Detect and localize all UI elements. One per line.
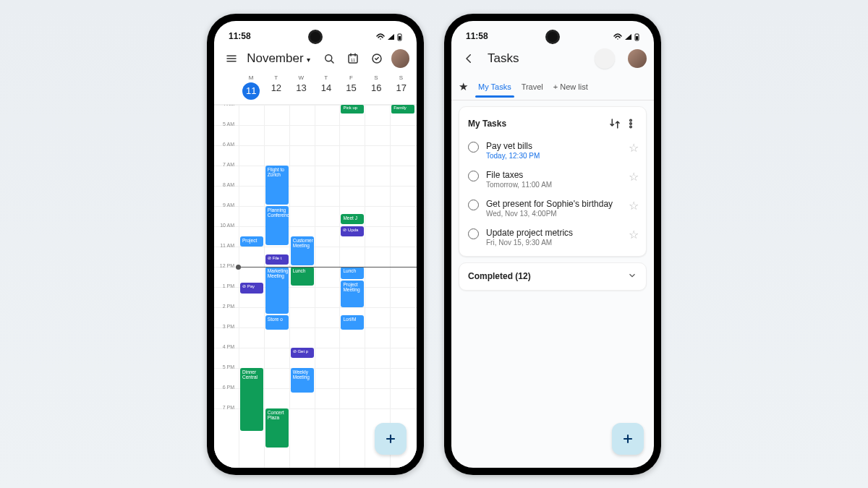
calendar-event[interactable]: ⊘ Upda	[341, 226, 364, 237]
unknown-circle-icon[interactable]	[595, 48, 615, 69]
hour-label: 6 AM	[216, 142, 237, 147]
back-icon[interactable]	[459, 48, 479, 69]
more-icon[interactable]	[623, 116, 639, 132]
search-icon[interactable]	[319, 48, 339, 69]
day-column[interactable]: F15	[339, 74, 364, 104]
day-number: 16	[364, 82, 389, 93]
calendar-event[interactable]: ⊘ Get p	[291, 348, 314, 359]
completed-label: Completed (12)	[468, 271, 531, 281]
calendar-event[interactable]: ⊘ Pay	[240, 283, 263, 294]
clock: 11:58	[466, 31, 488, 41]
hour-label: 10 AM	[216, 223, 237, 228]
signal-icon	[624, 33, 632, 40]
calendar-event[interactable]: Dinner Central	[240, 368, 263, 432]
day-of-week: M	[239, 74, 264, 81]
star-icon[interactable]: ☆	[629, 228, 639, 241]
calendar-event[interactable]: Weekly Meeting	[291, 368, 314, 393]
calendar-event[interactable]: Customer Meeting	[291, 236, 314, 265]
day-column[interactable]: T14	[314, 74, 339, 104]
completed-section[interactable]: Completed (12)	[459, 262, 647, 291]
task-item[interactable]: Update project metricsFri, Nov 15, 9:30 …	[459, 223, 646, 252]
allday-event[interactable]: Pick up	[341, 105, 364, 114]
task-item[interactable]: File taxesTomorrow, 11:00 AM☆	[459, 165, 646, 194]
hour-label: 9 AM	[216, 202, 237, 207]
calendar-event[interactable]: Project Meeting	[341, 281, 364, 307]
task-subtitle: Wed, Nov 13, 4:00PM	[486, 210, 621, 218]
day-column[interactable]: S17	[388, 74, 414, 104]
allday-event[interactable]: Family	[391, 105, 414, 114]
grid-column[interactable]	[315, 105, 340, 468]
task-title: Pay vet bills	[486, 141, 621, 151]
task-item[interactable]: Get present for Sophie's birthdayWed, No…	[459, 194, 646, 223]
calendar-event[interactable]: Meet J	[341, 214, 364, 225]
tasks-icon[interactable]	[367, 48, 387, 69]
hour-label: 12 PM	[216, 263, 237, 268]
day-column[interactable]: M11	[239, 74, 264, 104]
calendar-event[interactable]: Marketing Meeting	[265, 267, 289, 314]
task-item[interactable]: Pay vet billsToday, 12:30 PM☆	[459, 136, 646, 165]
hour-label: 1 PM	[216, 283, 237, 288]
sort-icon[interactable]	[607, 116, 623, 132]
calendar-event[interactable]: Project	[240, 236, 263, 247]
calendar-event[interactable]: Concert Plaza	[265, 408, 289, 448]
fab-add[interactable]	[612, 423, 644, 455]
hour-label: 7 PM	[216, 405, 237, 410]
star-icon[interactable]: ☆	[629, 141, 639, 155]
day-column[interactable]: W13	[289, 74, 314, 104]
day-number: 13	[289, 82, 314, 93]
calendar-event[interactable]: ⊘ File t	[265, 254, 289, 265]
hour-label: 4 PM	[216, 344, 237, 349]
task-title: Get present for Sophie's birthday	[486, 199, 621, 209]
phone-calendar: 11:58 November ▾ 11 M11T12W13T14F15S16S1…	[207, 14, 424, 475]
now-indicator	[239, 267, 417, 267]
task-checkbox[interactable]	[468, 171, 479, 181]
calendar-appbar: November ▾ 11	[214, 43, 417, 74]
grid-column[interactable]: Family	[390, 105, 415, 468]
day-column[interactable]: T12	[264, 74, 289, 104]
grid-column[interactable]: Flight to ZürichPlanning Conference⊘ Fil…	[264, 105, 289, 468]
day-number: 11	[242, 82, 260, 100]
day-of-week: S	[388, 74, 414, 81]
calendar-event[interactable]: Lori/M	[341, 315, 364, 330]
grid-column[interactable]: Customer MeetingLunch⊘ Get pWeekly Meeti…	[289, 105, 315, 468]
tab-new-list[interactable]: + New list	[553, 82, 588, 91]
tab-travel[interactable]: Travel	[522, 82, 543, 91]
svg-text:11: 11	[351, 57, 356, 61]
signal-icon	[387, 33, 395, 40]
grid-column[interactable]: Pick upMeet J⊘ UpdaLunchProject MeetingL…	[339, 105, 365, 468]
calendar-event[interactable]: Lunch	[291, 267, 314, 286]
grid-column[interactable]: Project⊘ PayDinner Central	[239, 105, 264, 468]
task-title: Update project metrics	[486, 228, 621, 238]
tab-my-tasks[interactable]: My Tasks	[478, 82, 511, 91]
hour-label: 7 AM	[216, 162, 237, 167]
menu-icon[interactable]	[221, 48, 241, 69]
wifi-icon	[613, 33, 622, 40]
today-icon[interactable]: 11	[343, 48, 362, 69]
calendar-event[interactable]: Flight to Zürich	[265, 166, 289, 205]
svg-point-9	[630, 122, 632, 124]
task-checkbox[interactable]	[468, 228, 479, 239]
task-checkbox[interactable]	[468, 142, 479, 153]
star-icon[interactable]: ☆	[629, 170, 639, 184]
grid-column[interactable]	[365, 105, 390, 468]
week-header[interactable]: M11T12W13T14F15S16S17	[214, 74, 417, 105]
avatar[interactable]	[628, 49, 647, 68]
avatar[interactable]	[391, 49, 409, 68]
calendar-event[interactable]: Planning Conference	[265, 206, 289, 245]
month-dropdown[interactable]: November ▾	[247, 51, 310, 66]
day-column[interactable]: S16	[364, 74, 389, 104]
hour-label: 4 AM	[216, 105, 237, 106]
chevron-down-icon: ▾	[307, 56, 310, 64]
svg-rect-7	[636, 36, 638, 40]
battery-icon	[634, 33, 639, 41]
calendar-event[interactable]: Lunch	[341, 267, 364, 280]
fab-add[interactable]	[375, 423, 407, 455]
hour-label: 2 PM	[216, 304, 237, 309]
tab-starred[interactable]: ★	[459, 80, 468, 93]
star-icon[interactable]: ☆	[629, 199, 639, 213]
task-checkbox[interactable]	[468, 200, 479, 210]
calendar-event[interactable]: Store o	[265, 315, 289, 330]
chevron-down-icon	[627, 270, 637, 283]
calendar-grid[interactable]: 4 AM5 AM6 AM7 AM8 AM9 AM10 AM11 AM12 PM1…	[214, 105, 417, 468]
tasks-screen: 11:58 Tasks ★ My Tasks Travel + New list…	[451, 21, 654, 468]
